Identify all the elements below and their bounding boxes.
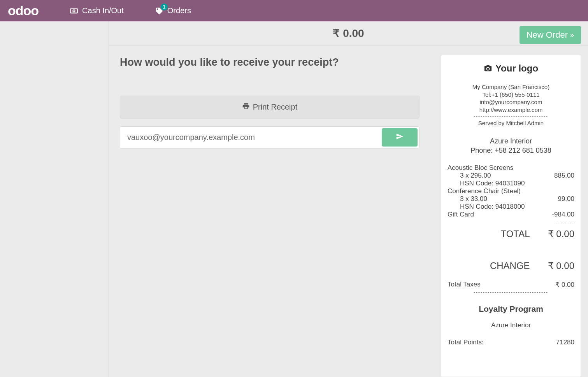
tax-label: Total Taxes [448, 281, 481, 289]
points-value: 71280 [556, 339, 574, 346]
item-name: Conference Chair (Steel) [448, 187, 574, 195]
cash-in-out-button[interactable]: Cash In/Out [70, 6, 124, 15]
orders-button[interactable]: 1 Orders [155, 6, 191, 15]
change-row: CHANGE ₹ 0.00 [448, 260, 574, 271]
customer-block: Azure Interior Phone: +58 212 681 0538 [448, 136, 574, 155]
change-value: ₹ 0.00 [548, 260, 574, 271]
loyalty-title: Loyalty Program [448, 304, 574, 314]
divider-mid: -------------------------------- [448, 290, 574, 295]
company-website: http://www.example.com [448, 106, 574, 114]
item-name: Acoustic Bloc Screens [448, 164, 574, 172]
amount-row: ₹ 0.00 New Order » [109, 21, 588, 45]
orders-label: Orders [167, 6, 191, 15]
item-amount: 885.00 [554, 172, 574, 180]
served-by: Served by Mitchell Admin [448, 120, 574, 126]
receipt-actions: How would you like to receive your recei… [109, 45, 441, 377]
customer-name: Azure Interior [448, 136, 574, 146]
company-logo-text: Your logo [495, 63, 538, 74]
company-name: My Company (San Francisco) [448, 83, 574, 91]
left-sidebar [0, 21, 109, 377]
line-item: Conference Chair (Steel) 3 x 33.00 99.00… [448, 187, 574, 211]
main: ₹ 0.00 New Order » How would you like to… [0, 21, 588, 377]
svg-point-1 [73, 10, 75, 12]
item-amount: 99.00 [558, 195, 574, 203]
total-value: ₹ 0.00 [548, 229, 574, 239]
orders-badge: 1 [161, 3, 168, 10]
customer-phone: Phone: +58 212 681 0538 [448, 146, 574, 155]
loyalty-customer: Azure Interior [448, 321, 574, 329]
receipt-panel: Your logo My Company (San Francisco) Tel… [441, 55, 581, 377]
item-qty: 3 x 33.00 [448, 195, 487, 203]
company-tel: Tel:+1 (650) 555-0111 [448, 91, 574, 99]
company-email: info@yourcompany.com [448, 98, 574, 106]
total-label: TOTAL [500, 229, 530, 239]
tag-icon: 1 [155, 7, 163, 15]
tax-value: ₹ 0.00 [555, 281, 574, 289]
email-row [120, 126, 419, 148]
item-qty: 3 x 295.00 [448, 172, 491, 180]
line-items: Acoustic Bloc Screens 3 x 295.00 885.00 … [448, 164, 574, 218]
receipt-question: How would you like to receive your recei… [120, 56, 419, 68]
print-label: Print Receipt [253, 103, 298, 112]
item-name: Gift Card [448, 211, 474, 218]
tax-row: Total Taxes ₹ 0.00 [448, 281, 574, 289]
order-total-amount: ₹ 0.00 [333, 27, 364, 40]
cash-label: Cash In/Out [82, 6, 124, 15]
topbar: odoo Cash In/Out 1 Orders [0, 0, 588, 21]
item-amount: -984.00 [552, 211, 574, 218]
new-order-button[interactable]: New Order » [520, 26, 581, 44]
company-logo-placeholder: Your logo [448, 63, 574, 74]
total-row: TOTAL ₹ 0.00 [448, 229, 574, 239]
divider-small: -------- [448, 220, 574, 225]
divider: -------------------------------- [448, 113, 574, 119]
paper-plane-icon [396, 133, 404, 142]
body-row: How would you like to receive your recei… [109, 45, 588, 377]
company-info: My Company (San Francisco) Tel:+1 (650) … [448, 83, 574, 113]
new-order-label: New Order [527, 30, 568, 40]
change-label: CHANGE [490, 260, 530, 271]
line-item: Gift Card -984.00 [448, 211, 574, 218]
points-row: Total Points: 71280 [448, 339, 574, 346]
points-label: Total Points: [448, 339, 484, 346]
cash-icon [70, 7, 78, 15]
email-input[interactable] [120, 127, 380, 148]
line-item: Acoustic Bloc Screens 3 x 295.00 885.00 … [448, 164, 574, 187]
send-email-button[interactable] [382, 128, 418, 147]
svg-rect-0 [70, 9, 77, 13]
print-receipt-button[interactable]: Print Receipt [120, 96, 419, 119]
odoo-logo: odoo [8, 3, 39, 18]
item-hsn: HSN Code: 94031090 [448, 180, 574, 187]
content: ₹ 0.00 New Order » How would you like to… [109, 21, 588, 377]
print-icon [242, 102, 250, 112]
item-hsn: HSN Code: 94018000 [448, 203, 574, 211]
chevron-right-icon: » [570, 31, 574, 39]
